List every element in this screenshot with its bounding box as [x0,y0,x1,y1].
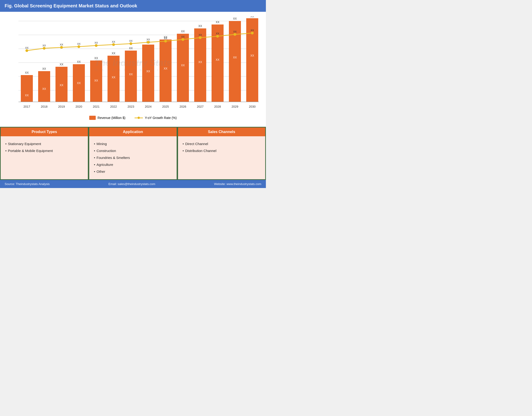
bar-label-mid-2024: XX [146,70,150,73]
bar-label-mid-2028: XX [216,58,219,61]
card-application: Application Mining Construction Foundrie… [89,127,177,180]
bar-label-mid-2021: XX [94,79,98,82]
line-label-2024: XX [147,38,150,41]
line-dot-2030 [251,32,254,34]
bar-label-mid-2017: XX [25,94,29,97]
legend-revenue: Revenue (Million $) [89,116,126,120]
application-3: Foundries & Smelters [94,154,172,161]
x-label-2018: 2018 [41,105,48,108]
bar-label-top-2021: XX [94,57,98,60]
x-label-2022: 2022 [110,105,117,108]
card-product-types-header: Product Types [1,127,88,136]
header-title: Fig. Global Screening Equipment Market S… [5,3,137,8]
line-dot-2027 [199,36,202,39]
line-dot-2029 [234,33,236,36]
line-label-2018: XX [42,44,46,47]
bar-label-mid-2019: XX [60,84,63,87]
bar-label-mid-2020: XX [77,82,81,85]
chart-legend: Revenue (Million $) Y-oY Growth Rate (%) [7,113,259,124]
bar-label-mid-2022: XX [112,76,115,79]
bar-2023 [125,51,137,102]
bar-label-mid-2023: XX [129,73,133,76]
bar-2026 [177,34,189,102]
x-label-2028: 2028 [214,105,221,108]
card-sales-channels: Sales Channels Direct Channel Distributi… [177,127,266,180]
chart-svg: XX XX 2017 XX XX 2018 XX XX 2019 XX XX 2… [7,16,259,113]
line-dot-2025 [164,40,167,42]
line-label-2030: XX [251,29,254,32]
x-label-2029: 2029 [232,105,238,108]
line-label-2022: XX [112,40,115,43]
line-dot-2017 [25,49,28,52]
bar-label-top-2028: XX [216,20,219,24]
legend-growth-label: Y-oY Growth Rate (%) [145,116,177,120]
footer: Source: Theindustrystats Analysis Email:… [0,180,266,188]
application-1: Mining [94,141,172,147]
x-label-2020: 2020 [76,105,82,108]
line-label-2029: XX [233,30,237,33]
line-dot-2026 [181,38,184,41]
line-dot-2028 [216,35,219,38]
application-4: Agriculture [94,161,172,168]
x-label-2023: 2023 [128,105,134,108]
line-label-2027: XX [199,34,202,36]
x-label-2021: 2021 [93,105,100,108]
bar-label-top-2018: XX [42,67,46,70]
product-type-1: Stationary Equipment [5,141,83,147]
bar-label-mid-2030: XX [250,54,254,57]
legend-revenue-label: Revenue (Million $) [98,116,126,120]
bar-label-top-2026: XX [181,30,185,33]
application-5: Other [94,168,172,175]
card-sales-channels-body: Direct Channel Distribution Channel [178,136,265,159]
product-type-2: Portable & Mobile Equipment [5,147,83,154]
x-label-2026: 2026 [180,105,186,108]
sales-channel-2: Distribution Channel [183,147,261,154]
line-label-2023: XX [129,39,133,42]
footer-source: Source: Theindustrystats Analysis [5,182,50,186]
bar-label-mid-2018: XX [42,87,46,91]
bar-2027 [194,28,206,102]
x-label-2017: 2017 [24,105,30,108]
line-label-2026: XX [181,35,185,38]
card-sales-channels-header: Sales Channels [178,127,265,136]
bar-2024 [142,45,154,102]
bar-label-top-2023: XX [129,47,133,50]
line-dot-2023 [129,42,132,45]
bar-label-top-2019: XX [60,63,63,66]
legend-growth-line [135,118,143,118]
line-label-2021: XX [95,41,98,44]
bar-label-top-2017: XX [25,71,29,74]
line-label-2028: XX [216,32,219,35]
line-dot-2019 [60,46,63,49]
chart-wrapper: The Industry Stats m a r k e t r e s e a… [7,16,259,113]
bar-label-mid-2029: XX [233,56,237,59]
main-container: Fig. Global Screening Equipment Market S… [0,0,266,188]
bar-label-top-2030: XX [250,16,254,18]
chart-area: The Industry Stats m a r k e t r e s e a… [0,12,266,127]
card-product-types-body: Stationary Equipment Portable & Mobile E… [1,136,88,159]
x-label-2024: 2024 [145,105,152,108]
footer-website: Website: www.theindustrystats.com [214,182,261,186]
x-label-2027: 2027 [197,105,204,108]
x-label-2025: 2025 [162,105,169,108]
bar-2025 [159,39,172,102]
application-2: Construction [94,147,172,154]
bar-label-top-2022: XX [112,52,115,55]
chart-header: Fig. Global Screening Equipment Market S… [0,0,266,12]
x-label-2019: 2019 [58,105,65,108]
line-label-2025: XX [164,37,167,40]
card-product-types: Product Types Stationary Equipment Porta… [0,127,89,180]
line-dot-2021 [95,44,98,47]
sales-channel-1: Direct Channel [183,141,261,147]
bar-2017 [21,75,33,102]
line-dot-2022 [112,43,115,46]
bar-label-mid-2025: XX [164,67,167,70]
x-label-2030: 2030 [249,105,256,108]
legend-revenue-box [89,116,96,120]
bar-label-top-2027: XX [198,25,202,28]
line-label-2017: XX [25,47,29,49]
bar-label-mid-2027: XX [198,60,202,64]
bar-label-top-2029: XX [233,17,237,20]
line-label-2020: XX [77,42,81,45]
line-dot-2018 [43,47,46,50]
